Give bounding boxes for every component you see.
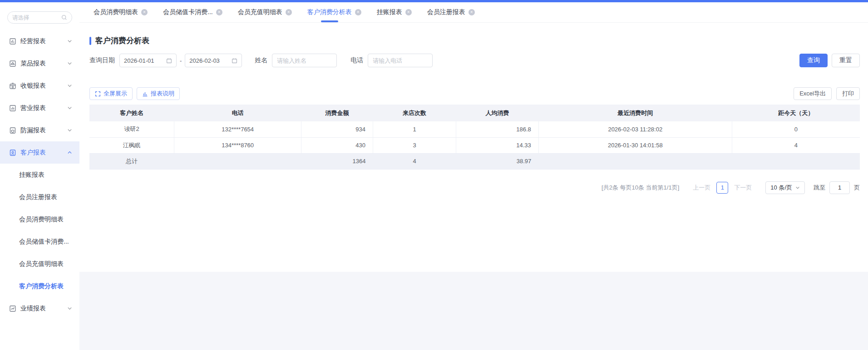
performance-report-icon [9, 305, 16, 312]
reset-button[interactable]: 重置 [832, 54, 860, 67]
report-info-label: 报表说明 [151, 90, 174, 98]
tab-label: 会员消费明细表 [94, 8, 138, 16]
sidebar-item-member-storedcard-consume[interactable]: 会员储值卡消费... [0, 230, 79, 253]
sidebar-group-performance-report[interactable]: 业绩报表 [0, 297, 79, 320]
pagination-summary: [共2条 每页10条 当前第1/1页] [602, 184, 679, 192]
next-page-button[interactable]: 下一页 [734, 184, 752, 192]
cell-visit-count: 1 [373, 121, 456, 137]
page-number-button[interactable]: 1 [716, 182, 728, 194]
sidebar-group-business-report[interactable]: 经营报表 [0, 30, 79, 52]
tab-close-icon[interactable]: × [286, 9, 292, 15]
fullscreen-icon [95, 91, 101, 97]
filter-row: 查询日期 - 姓名 电话 [89, 54, 860, 67]
sidebar-search[interactable] [7, 11, 72, 24]
tab-label: 会员充值明细表 [238, 8, 282, 16]
date-range-label: 查询日期 [89, 56, 115, 65]
col-phone: 电话 [174, 105, 301, 121]
cell-avg-consume: 186.8 [456, 121, 539, 137]
tab-credit-report[interactable]: 挂账报表 × [377, 2, 412, 22]
cell-consume-amount: 430 [301, 137, 373, 153]
date-start-picker[interactable] [119, 54, 177, 67]
date-range-separator: - [180, 57, 182, 64]
sidebar-item-customer-consume-analysis[interactable]: 客户消费分析表 [0, 275, 79, 297]
tab-close-icon[interactable]: × [355, 9, 361, 15]
tab-member-register-report[interactable]: 会员注册报表 × [427, 2, 475, 22]
sidebar-group-label: 业绩报表 [20, 305, 67, 313]
col-visit-count: 来店次数 [373, 105, 456, 121]
cell-consume-amount: 1364 [301, 153, 373, 169]
report-info-button[interactable]: 报表说明 [137, 87, 180, 100]
excel-export-button[interactable]: Excel导出 [794, 87, 832, 100]
sidebar-search-input[interactable] [12, 15, 61, 21]
col-consume-amount: 消费金额 [301, 105, 373, 121]
sidebar-group-leakproof-report[interactable]: 防漏报表 [0, 119, 79, 141]
sidebar-group-dish-report[interactable]: 菜品报表 [0, 52, 79, 75]
cell-last-consume-time [538, 153, 732, 169]
tab-label: 会员注册报表 [427, 8, 465, 16]
table-row[interactable]: 江枫眠 134****8760 430 3 14.33 2026-01-30 1… [89, 137, 860, 153]
sidebar-item-credit-report[interactable]: 挂账报表 [0, 164, 79, 186]
print-button[interactable]: 打印 [836, 87, 860, 100]
calendar-icon [166, 58, 172, 64]
jump-to-label: 跳至 [814, 184, 825, 192]
sidebar-group-customer-report[interactable]: 客户报表 [0, 141, 79, 164]
tab-close-icon[interactable]: × [216, 9, 222, 15]
sidebar: 经营报表 菜品报表 收银报表 营业报表 防漏报表 [0, 2, 79, 350]
chevron-down-icon [67, 128, 72, 133]
tab-close-icon[interactable]: × [141, 9, 148, 15]
phone-input[interactable] [373, 57, 428, 64]
tab-close-icon[interactable]: × [405, 9, 412, 15]
filter-actions: 查询 重置 [799, 54, 860, 67]
cell-days-ago: 4 [732, 137, 860, 153]
name-input[interactable] [277, 57, 332, 64]
cell-customer-name: 江枫眠 [89, 137, 174, 153]
page-title-row: 客户消费分析表 [89, 23, 860, 46]
tab-member-storedcard-consume[interactable]: 会员储值卡消费... × [163, 2, 222, 22]
sidebar-item-member-recharge-detail[interactable]: 会员充值明细表 [0, 253, 79, 275]
date-start-input[interactable] [124, 57, 162, 64]
tab-member-recharge-detail[interactable]: 会员充值明细表 × [238, 2, 292, 22]
name-label: 姓名 [255, 56, 267, 65]
pagination: [共2条 每页10条 当前第1/1页] 上一页 1 下一页 10 条/页 跳至 … [89, 181, 860, 194]
tab-close-icon[interactable]: × [469, 9, 475, 15]
sidebar-group-label: 营业报表 [20, 104, 67, 112]
table-toolbar: 全屏展示 报表说明 Excel导出 打印 [89, 87, 860, 100]
chevron-down-icon [795, 185, 800, 190]
tab-member-consume-detail[interactable]: 会员消费明细表 × [94, 2, 148, 22]
prev-page-button[interactable]: 上一页 [693, 184, 710, 192]
page-size-value: 10 条/页 [770, 184, 792, 192]
sidebar-group-label: 收银报表 [20, 82, 67, 90]
sidebar-group-revenue-report[interactable]: 营业报表 [0, 97, 79, 119]
phone-label: 电话 [350, 56, 363, 65]
col-customer-name: 客户姓名 [89, 105, 174, 121]
chevron-down-icon [67, 39, 72, 44]
cell-last-consume-time: 2026-02-03 11:28:02 [538, 121, 732, 137]
chevron-up-icon [67, 150, 72, 155]
sidebar-nav: 经营报表 菜品报表 收银报表 营业报表 防漏报表 [0, 30, 79, 320]
search-icon [61, 15, 67, 20]
sidebar-item-member-consume-detail[interactable]: 会员消费明细表 [0, 208, 79, 230]
business-report-icon [9, 38, 16, 45]
content-card: 客户消费分析表 查询日期 - 姓名 电话 [79, 23, 868, 272]
date-end-picker[interactable] [185, 54, 242, 67]
query-button[interactable]: 查询 [799, 54, 828, 67]
main-area: 会员消费明细表 × 会员储值卡消费... × 会员充值明细表 × 客户消费分析表… [79, 2, 868, 350]
col-avg-consume: 人均消费 [456, 105, 539, 121]
date-end-input[interactable] [189, 57, 227, 64]
table-header-row: 客户姓名 电话 消费金额 来店次数 人均消费 最近消费时间 距今天（天） [89, 105, 860, 121]
cell-avg-consume: 38.97 [456, 153, 539, 169]
sidebar-group-cashier-report[interactable]: 收银报表 [0, 75, 79, 97]
leakproof-report-icon [9, 127, 16, 134]
page-size-select[interactable]: 10 条/页 [765, 181, 805, 194]
jump-page-input[interactable] [829, 181, 850, 194]
title-accent-bar [89, 37, 91, 45]
tab-customer-consume-analysis[interactable]: 客户消费分析表 × [307, 2, 361, 22]
phone-field[interactable] [368, 54, 433, 67]
name-field[interactable] [272, 54, 337, 67]
table-row[interactable]: 读研2 132****7654 934 1 186.8 2026-02-03 1… [89, 121, 860, 137]
sidebar-group-label: 客户报表 [20, 149, 67, 157]
cell-last-consume-time: 2026-01-30 14:01:58 [538, 137, 732, 153]
table-total-row: 总计 1364 4 38.97 [89, 153, 860, 169]
fullscreen-button[interactable]: 全屏展示 [89, 87, 133, 100]
sidebar-item-member-register-report[interactable]: 会员注册报表 [0, 186, 79, 208]
